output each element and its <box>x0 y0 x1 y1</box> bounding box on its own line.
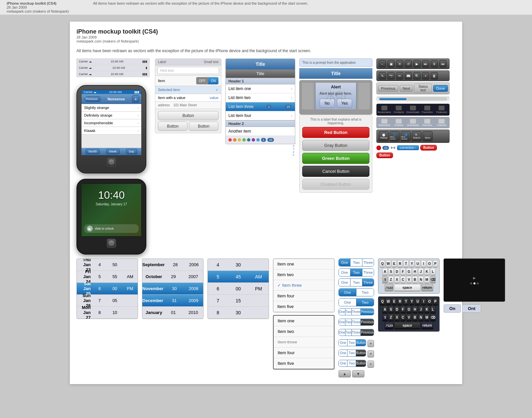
dk-shift[interactable]: ⇧ <box>382 314 388 321</box>
search-icon-tab[interactable]: 🔍Search <box>412 131 422 141</box>
sm2-previous[interactable]: Previous <box>361 319 374 325</box>
pick-item-5[interactable]: Item five <box>273 301 334 312</box>
sm5-one[interactable]: One <box>339 350 347 356</box>
key-y[interactable]: Y <box>409 260 415 267</box>
dk-u[interactable]: U <box>415 298 420 305</box>
toggle-switch[interactable]: OFF ON <box>196 77 218 84</box>
day-button[interactable]: Day <box>126 149 137 154</box>
tab-featured[interactable]: Featured <box>435 105 449 115</box>
pick-item-3-checked[interactable]: ✓ Item three <box>273 280 334 291</box>
plus-action-2[interactable]: + <box>367 350 374 358</box>
key-num[interactable]: .?123 <box>385 284 393 291</box>
pick2-item-4[interactable]: Item four <box>274 348 334 358</box>
seg-2-two[interactable]: Two <box>350 269 362 276</box>
key-z[interactable]: Z <box>388 276 394 283</box>
toolbar-add-icon[interactable]: + <box>422 72 429 79</box>
sm1-three[interactable]: Three <box>352 309 361 315</box>
sm3-one[interactable]: One <box>339 329 345 336</box>
dk-p[interactable]: P <box>433 298 438 305</box>
seg-2-one[interactable]: One <box>339 269 350 276</box>
form-button-right[interactable]: Button <box>189 122 218 131</box>
seg-1-three[interactable]: Three <box>362 259 374 266</box>
toolbar-book-icon[interactable]: 📖 <box>405 72 412 79</box>
key-p[interactable]: P <box>433 260 438 267</box>
dk-return[interactable]: return <box>421 322 433 329</box>
toolbar-play-icon[interactable]: ▶ <box>413 60 421 67</box>
toolbar-pen-icon[interactable]: ✏ <box>396 72 403 79</box>
form-button-left[interactable]: Button <box>158 122 188 131</box>
key-b[interactable]: B <box>412 276 418 283</box>
tab-downloads-gray[interactable]: Downloads <box>406 118 420 127</box>
dk-z[interactable]: Z <box>388 314 394 321</box>
toolbar-ff-icon[interactable]: ⏭ <box>422 60 429 67</box>
tab-bookmarks-gray[interactable]: Bookmarks <box>377 118 391 127</box>
sm1-one[interactable]: One <box>339 309 345 315</box>
list-item-definitely-strange[interactable]: Definitely strange › <box>81 112 141 119</box>
sm2-two[interactable]: Two <box>345 319 352 325</box>
key-m[interactable]: M <box>424 276 430 283</box>
toolbar-camera-icon[interactable]: 📷 <box>387 72 395 79</box>
sm6-two[interactable]: Two <box>347 360 356 366</box>
seg-4-one[interactable]: One <box>339 289 356 296</box>
sm5-two[interactable]: Two <box>347 350 356 356</box>
tab-downloads[interactable]: Downloads <box>406 105 420 115</box>
key-l[interactable]: L <box>430 268 436 275</box>
toolbar-edit-icon[interactable]: ✎ <box>379 72 386 79</box>
seg-5-two[interactable]: Two <box>356 299 374 306</box>
sm4-two[interactable]: Two <box>347 340 356 346</box>
nav-back-button[interactable]: Previous <box>83 96 100 102</box>
pick2-item-3-strike[interactable]: Item three <box>274 337 334 348</box>
key-n[interactable]: N <box>418 276 424 283</box>
dk-b[interactable]: B <box>412 314 418 321</box>
key-x[interactable]: X <box>394 276 400 283</box>
sm3-previous[interactable]: Previous <box>361 329 374 336</box>
dk-c[interactable]: C <box>400 314 406 321</box>
key-d[interactable]: D <box>394 268 400 275</box>
toolbar-search-icon[interactable]: 🔍 <box>413 72 421 79</box>
seg-3-one[interactable]: One <box>339 279 350 286</box>
dk-k[interactable]: K <box>424 306 430 313</box>
green-button[interactable]: Green Button <box>302 153 369 164</box>
sm4-one[interactable]: One <box>339 340 347 346</box>
toolbar-refresh-icon[interactable]: ↺ <box>405 60 412 67</box>
lock-home-button[interactable] <box>107 239 116 248</box>
seg-1-two[interactable]: Two <box>350 259 362 266</box>
small-red-button[interactable]: Button <box>420 145 437 151</box>
tab-favorites-gray[interactable]: Favorites <box>420 118 434 127</box>
toolbar-rew-icon[interactable]: ⏮ <box>439 60 447 67</box>
toolbar-close-icon[interactable]: ✕ <box>396 60 403 67</box>
sm3-two[interactable]: Two <box>345 329 352 336</box>
dk-a[interactable]: A <box>382 306 388 313</box>
plus-action-1[interactable]: + <box>367 340 374 347</box>
list-item-1[interactable]: List item one › <box>226 84 295 93</box>
pick2-item-1[interactable]: Item one <box>274 316 334 326</box>
list-item-another[interactable]: Another item <box>226 127 295 136</box>
list-item-klaaak[interactable]: Klaaak › <box>81 127 141 135</box>
list-item-4[interactable]: List item four › <box>226 111 295 120</box>
nav-next-button[interactable]: Next <box>400 85 413 92</box>
down-button[interactable]: ▼ <box>352 370 364 377</box>
nav-done-button[interactable]: Done <box>433 85 448 92</box>
month-button[interactable]: Month <box>85 149 100 154</box>
more-icon[interactable]: ···More <box>423 131 433 141</box>
key-h[interactable]: H <box>412 268 418 275</box>
list-item-3-selected[interactable]: List item three 1 15 <box>226 102 295 111</box>
dk-n[interactable]: N <box>418 314 424 321</box>
form-button-full[interactable]: Button <box>158 111 218 120</box>
toolbar-pause-icon[interactable]: ⏸ <box>431 60 438 67</box>
key-i[interactable]: I <box>421 260 426 267</box>
dk-f[interactable]: F <box>400 306 406 313</box>
dk-h[interactable]: H <box>412 306 418 313</box>
week-button[interactable]: Week <box>106 149 120 154</box>
nav-prev-button[interactable]: Previous <box>378 85 398 92</box>
plus-action-3[interactable]: + <box>367 361 374 368</box>
list-item-slightly-strange[interactable]: Slightly strange › <box>81 104 141 112</box>
history-icon[interactable]: 🕐History <box>379 131 389 141</box>
dk-l[interactable]: L <box>430 306 436 313</box>
form-hint-input[interactable]: Hint text <box>157 67 219 74</box>
seg-3-two[interactable]: Two <box>350 279 362 286</box>
tab-contacts-gray[interactable]: Contacts <box>392 118 406 127</box>
key-c[interactable]: C <box>400 276 406 283</box>
seg-1-one[interactable]: One <box>339 259 350 266</box>
dk-y[interactable]: Y <box>409 298 415 305</box>
